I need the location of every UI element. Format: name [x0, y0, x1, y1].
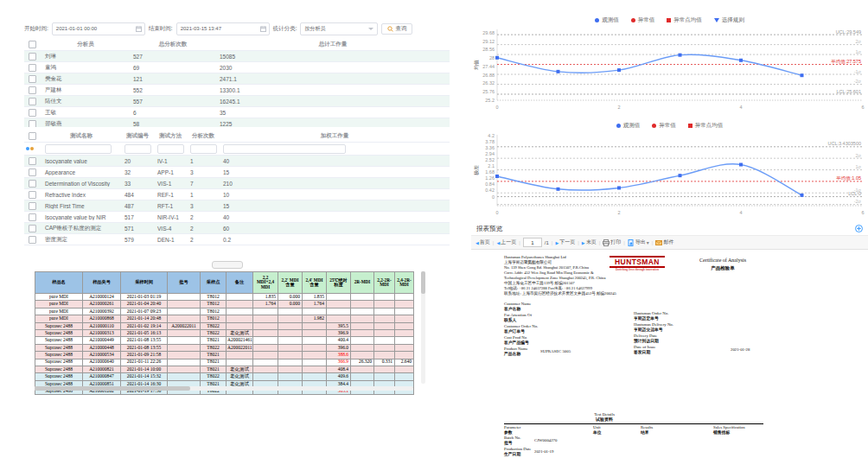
stat-category-select[interactable]: 按分析员	[300, 22, 378, 35]
column-filter-input[interactable]	[157, 144, 184, 154]
row-checkbox[interactable]	[29, 86, 36, 94]
row-checkbox[interactable]	[29, 191, 36, 199]
vertical-scrollbar[interactable]	[421, 271, 425, 384]
table-row[interactable]: Isocyanate value by NIR517NIR-IV-1240	[24, 212, 450, 223]
legend-item[interactable]: 异常值	[652, 122, 676, 130]
data-point-marker[interactable]	[617, 186, 621, 189]
table-row[interactable]: CAP锥板子粘度的测定571VIS-4260	[24, 223, 450, 234]
scrollbar-thumb[interactable]	[35, 386, 190, 391]
query-button[interactable]: 查询	[381, 23, 412, 35]
column-filter-input[interactable]	[124, 144, 151, 154]
grid-row[interactable]: Suprasec 2488A2100001102021-01-02 19:14A…	[35, 322, 414, 329]
row-checkbox[interactable]	[29, 202, 36, 210]
document-field: Delivery Date预计到达日期	[634, 334, 781, 343]
table-row[interactable]: 刘琳52715085	[24, 51, 450, 62]
data-point-marker[interactable]	[739, 163, 743, 167]
legend-item[interactable]: 异常值	[631, 16, 655, 24]
data-point-marker[interactable]	[739, 59, 743, 62]
end-time-input[interactable]: 2021-03-15 13:47	[176, 22, 270, 35]
circle-icon	[595, 18, 599, 22]
export-button[interactable]: 导出 ▾	[628, 239, 649, 246]
table-row[interactable]: Isocyanate value20IV-1140	[24, 156, 450, 167]
row-checkbox[interactable]	[29, 169, 36, 176]
legend-item[interactable]: 异常点均值	[688, 122, 724, 130]
last-page-button[interactable]: ▶末页	[582, 239, 597, 246]
start-time-input[interactable]: 2021-01-01 00:00	[52, 22, 145, 35]
data-point-marker[interactable]	[495, 175, 499, 178]
grid-row[interactable]: Suprasec 2488A2100005342021-01-09 21:58T…	[35, 352, 414, 359]
column-filter-input[interactable]	[190, 144, 217, 154]
row-checkbox[interactable]	[29, 53, 36, 60]
row-checkbox[interactable]	[29, 109, 36, 117]
data-point-marker[interactable]	[617, 68, 621, 72]
print-button[interactable]: 打印	[603, 239, 621, 246]
row-checkbox[interactable]	[29, 213, 36, 221]
page-number-input[interactable]	[523, 238, 542, 247]
legend-item[interactable]: 异常点均值	[667, 16, 702, 24]
data-point-marker[interactable]	[801, 194, 804, 197]
legend-item[interactable]: 选择规则	[714, 16, 744, 24]
grid-cell	[303, 337, 327, 344]
grid-row[interactable]: Suprasec 2488A2100006402021-01-11 22:26T…	[35, 359, 414, 366]
table-row[interactable]: Refractive Index484REF-1110	[24, 189, 450, 200]
data-point-marker[interactable]	[557, 188, 560, 191]
table-row[interactable]: Right First Time487RFT-1315	[24, 200, 450, 212]
data-point-marker[interactable]	[495, 56, 499, 60]
column-header: 测试名称	[41, 132, 121, 140]
grid-row[interactable]: Suprasec 2488A2100008212021-01-14 10:00T…	[35, 366, 414, 372]
grid-row[interactable]: Suprasec 2488A2100003132021-01-05 16:13T…	[35, 329, 414, 336]
filter-icon[interactable]	[26, 147, 29, 150]
refresh-icon[interactable]	[30, 147, 34, 150]
grid-row[interactable]: Suprasec 2488A2100004492021-01-08 13:55T…	[35, 337, 414, 344]
legend-item[interactable]: 观测值	[616, 122, 641, 130]
table-cell: 35	[216, 110, 450, 116]
grid-row[interactable]: pure MDIA2100002612021-01-04 20:40T80121…	[35, 301, 414, 308]
column-filter-input[interactable]	[45, 144, 112, 154]
row-checkbox[interactable]	[29, 225, 36, 232]
row-checkbox[interactable]	[29, 180, 36, 188]
grid-row[interactable]: pure MDIA2100003922021-01-07 09:23T8012	[35, 308, 414, 315]
select-all-checkbox[interactable]	[29, 132, 36, 140]
table-row[interactable]: 樊金花1212471.1	[24, 73, 450, 85]
next-page-button[interactable]: ▶下一页	[555, 239, 575, 246]
first-page-button[interactable]: ◀首页	[475, 239, 490, 246]
table-row[interactable]: 严建林55213300.1	[24, 85, 450, 96]
grid-cell	[374, 337, 395, 344]
row-checkbox[interactable]	[29, 75, 36, 83]
row-checkbox[interactable]	[29, 236, 36, 244]
row-checkbox[interactable]	[29, 157, 36, 165]
svg-text:3.78: 3.78	[485, 139, 495, 144]
table-row[interactable]: Appearance32APP-1315	[24, 167, 450, 178]
table-row[interactable]: 陆佳文55716245.1	[24, 96, 450, 107]
legend-item[interactable]: 观测值	[595, 16, 619, 24]
data-point-marker[interactable]	[679, 174, 682, 177]
svg-text:2.94: 2.94	[485, 151, 495, 156]
row-checkbox[interactable]	[29, 98, 36, 105]
column-header: 加权工作量	[220, 132, 450, 140]
horizontal-scrollbar[interactable]	[35, 386, 413, 391]
data-point-marker[interactable]	[557, 70, 560, 73]
table-row[interactable]: 王敏635	[24, 107, 450, 118]
table-row[interactable]: 邵敏燕581225	[24, 118, 450, 127]
data-point-marker[interactable]	[801, 73, 804, 77]
mail-button[interactable]: 邮件	[655, 239, 673, 246]
scrollbar-thumb[interactable]	[421, 271, 425, 294]
table-row[interactable]: 童鸿692030	[24, 62, 450, 73]
row-checkbox[interactable]	[29, 64, 36, 72]
row-checkbox[interactable]	[29, 120, 36, 128]
table-row[interactable]: 密度测定579DEN-120.2	[24, 234, 450, 245]
circle-plus-icon[interactable]	[855, 225, 863, 232]
table-row[interactable]: Determination of Viscosity33VIS-17210	[24, 178, 450, 189]
grid-row[interactable]: Suprasec 2488A2100004482021-01-08 13:55T…	[35, 344, 414, 351]
data-point-marker[interactable]	[679, 54, 682, 57]
grid-row[interactable]: pure MDIA2100001242021-01-03 01:19T80121…	[35, 294, 414, 301]
column-filter-input[interactable]	[223, 144, 346, 154]
select-all-checkbox[interactable]	[29, 41, 36, 48]
grid-cell: 1.982	[303, 315, 327, 322]
grid-cell: A210000448	[83, 344, 121, 351]
grid-row[interactable]: Suprasec 2488A2100008472021-01-14 15:32T…	[35, 373, 414, 380]
grid-row[interactable]: pure MDIA2100008682021-01-14 20:48T80121…	[35, 315, 414, 322]
prev-page-button[interactable]: ◀上一页	[496, 239, 516, 246]
collapse-handle[interactable]	[212, 261, 243, 269]
grid-cell: Suprasec 2488	[35, 337, 83, 344]
